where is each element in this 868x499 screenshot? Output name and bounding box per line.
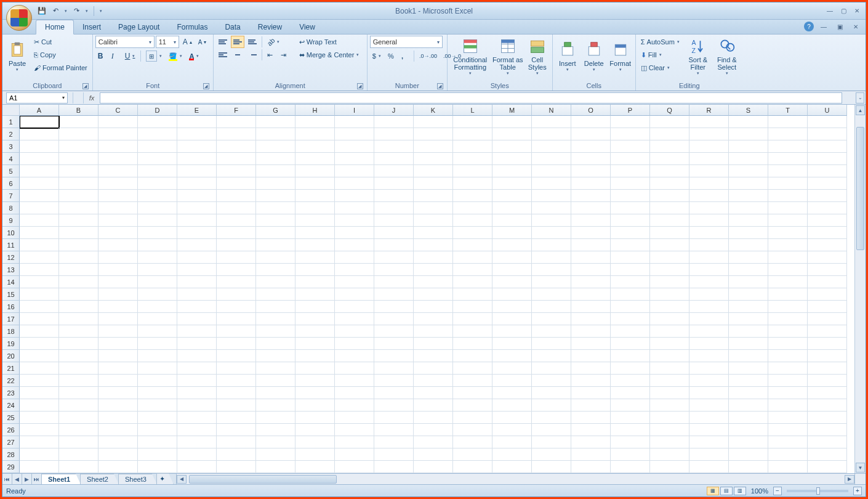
cell[interactable] xyxy=(453,251,492,264)
cell[interactable] xyxy=(20,264,59,276)
row-header[interactable]: 9 xyxy=(2,214,20,227)
cell[interactable] xyxy=(611,153,650,165)
cell[interactable] xyxy=(20,116,59,128)
cell[interactable] xyxy=(729,387,768,399)
cell[interactable] xyxy=(138,362,177,375)
cell[interactable] xyxy=(256,387,295,399)
vertical-scrollbar[interactable]: ▲ ▼ xyxy=(854,105,866,473)
cell[interactable] xyxy=(768,362,808,375)
tab-formulas[interactable]: Formulas xyxy=(168,20,216,34)
format-as-table-button[interactable]: Format as Table▾ xyxy=(492,36,523,78)
cell[interactable] xyxy=(20,399,59,412)
cell[interactable] xyxy=(177,202,217,214)
insert-cells-button[interactable]: Insert▾ xyxy=(555,36,580,78)
cell[interactable] xyxy=(138,202,177,214)
cell[interactable] xyxy=(808,227,847,239)
cell[interactable] xyxy=(532,251,571,264)
cell[interactable] xyxy=(729,338,768,350)
bold-button[interactable]: B xyxy=(95,50,108,62)
cell[interactable] xyxy=(59,301,98,313)
cell[interactable] xyxy=(414,239,453,251)
cell[interactable] xyxy=(611,116,650,128)
cell[interactable] xyxy=(808,338,847,350)
cell[interactable] xyxy=(453,202,492,214)
sheet-first-button[interactable]: ⏮ xyxy=(2,474,12,484)
cell[interactable] xyxy=(611,301,650,313)
cell[interactable] xyxy=(295,276,335,288)
cell[interactable] xyxy=(98,424,138,436)
cell[interactable] xyxy=(138,436,177,448)
cell[interactable] xyxy=(492,436,532,448)
cell[interactable] xyxy=(59,448,98,461)
cell[interactable] xyxy=(808,412,847,424)
cell[interactable] xyxy=(256,202,295,214)
cell[interactable] xyxy=(177,399,217,412)
cell[interactable] xyxy=(256,338,295,350)
cell[interactable] xyxy=(98,214,138,227)
cell[interactable] xyxy=(98,387,138,399)
cell[interactable] xyxy=(729,153,768,165)
number-launcher[interactable]: ◢ xyxy=(437,83,443,89)
cell[interactable] xyxy=(571,362,611,375)
cell[interactable] xyxy=(453,128,492,140)
cell[interactable] xyxy=(256,448,295,461)
cell[interactable] xyxy=(611,288,650,301)
cell[interactable] xyxy=(492,128,532,140)
cell[interactable] xyxy=(414,375,453,387)
cell[interactable] xyxy=(335,251,374,264)
cell[interactable] xyxy=(453,412,492,424)
row-header[interactable]: 22 xyxy=(2,375,20,387)
cell[interactable] xyxy=(295,214,335,227)
cell[interactable] xyxy=(20,362,59,375)
cell[interactable] xyxy=(571,214,611,227)
cell[interactable] xyxy=(492,264,532,276)
cell[interactable] xyxy=(295,448,335,461)
cell[interactable] xyxy=(571,128,611,140)
cell[interactable] xyxy=(571,338,611,350)
cell[interactable] xyxy=(650,375,689,387)
select-all-corner[interactable] xyxy=(2,105,20,116)
cell[interactable] xyxy=(689,190,729,202)
cell[interactable] xyxy=(808,177,847,190)
cell[interactable] xyxy=(59,276,98,288)
copy-button[interactable]: ⎘Copy xyxy=(31,49,90,61)
cell[interactable] xyxy=(20,375,59,387)
cell[interactable] xyxy=(374,214,414,227)
row-header[interactable]: 6 xyxy=(2,177,20,190)
cell[interactable] xyxy=(295,412,335,424)
font-size-combo[interactable]: 11▾ xyxy=(156,36,179,48)
cell[interactable] xyxy=(138,276,177,288)
cell[interactable] xyxy=(414,177,453,190)
cell[interactable] xyxy=(611,264,650,276)
cell[interactable] xyxy=(808,399,847,412)
cell[interactable] xyxy=(177,128,217,140)
cell[interactable] xyxy=(217,177,256,190)
ribbon-close-button[interactable]: ✕ xyxy=(850,22,862,31)
cell[interactable] xyxy=(729,190,768,202)
column-header[interactable]: D xyxy=(138,105,177,116)
cell[interactable] xyxy=(295,140,335,153)
cell[interactable] xyxy=(453,264,492,276)
cell[interactable] xyxy=(59,387,98,399)
cell[interactable] xyxy=(729,350,768,362)
cell[interactable] xyxy=(611,276,650,288)
horizontal-scrollbar[interactable]: ◀ ▶ xyxy=(176,474,854,484)
cell[interactable] xyxy=(374,325,414,338)
cell[interactable] xyxy=(98,338,138,350)
cell[interactable] xyxy=(20,153,59,165)
sheet-tab[interactable]: Sheet3 xyxy=(118,474,157,484)
cell[interactable] xyxy=(414,202,453,214)
accounting-format-button[interactable]: $▾ xyxy=(370,50,384,62)
cell[interactable] xyxy=(374,239,414,251)
cell[interactable] xyxy=(177,177,217,190)
cell[interactable] xyxy=(217,399,256,412)
cell[interactable] xyxy=(295,239,335,251)
cell[interactable] xyxy=(492,387,532,399)
cell[interactable] xyxy=(453,313,492,325)
cell[interactable] xyxy=(808,239,847,251)
conditional-formatting-button[interactable]: Conditional Formatting▾ xyxy=(450,36,491,78)
cell[interactable] xyxy=(729,313,768,325)
cell[interactable] xyxy=(689,399,729,412)
cell[interactable] xyxy=(138,239,177,251)
cell[interactable] xyxy=(335,424,374,436)
